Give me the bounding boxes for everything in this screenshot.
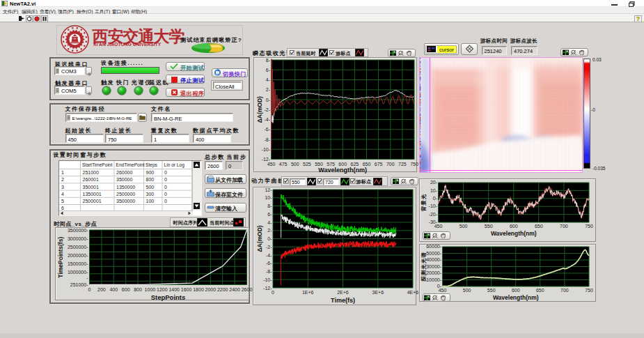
svg-text:20000-: 20000- [426,270,441,275]
svg-text:1500000-: 1500000- [67,261,88,266]
svg-text:8-: 8- [267,203,272,208]
svg-text:675: 675 [375,161,383,166]
svg-text:251000-: 251000- [70,282,88,287]
svg-text:450: 450 [438,288,446,293]
svg-text:2500001: 2500001 [83,198,102,203]
svg-text:500: 500 [459,224,467,229]
svg-text:-4-: -4- [264,117,270,122]
svg-text:4-: 4- [267,220,272,224]
svg-text:500: 500 [146,184,155,189]
svg-text:1800: 1800 [193,286,204,291]
svg-text:2E+6: 2E+6 [337,290,349,295]
svg-text:800: 800 [146,177,155,182]
svg-text:1000: 1000 [144,286,155,291]
svg-text:2: 2 [61,177,64,182]
svg-text:625: 625 [351,161,359,166]
svg-text:650: 650 [534,224,542,229]
svg-text:-10-: -10- [263,277,272,282]
svg-text:背景光: 背景光 [421,193,427,212]
svg-text:3E+6: 3E+6 [372,290,384,295]
svg-text:ΔA(mOD): ΔA(mOD) [256,225,263,252]
svg-text:0: 0 [164,170,167,175]
svg-text:4-: 4- [266,77,271,82]
svg-text:6: 6 [61,206,64,210]
svg-text:StartTimePoint: StartTimePoint [82,162,113,167]
svg-text:30000-: 30000- [426,263,441,268]
svg-text:5: 5 [61,198,64,203]
svg-text:600: 600 [509,224,517,229]
svg-text:650: 650 [535,288,544,293]
svg-text:251000: 251000 [83,170,99,175]
svg-text:2600: 2600 [241,286,252,291]
svg-text:600: 600 [121,286,129,291]
svg-text:500: 500 [462,288,471,293]
svg-text:450: 450 [267,161,276,166]
svg-text:1: 1 [61,170,64,175]
svg-text:260001: 260001 [83,177,99,182]
svg-text:-2-: -2- [264,107,270,112]
svg-text:400: 400 [109,286,118,291]
svg-text:700: 700 [560,224,568,229]
svg-text:750: 750 [410,161,418,166]
svg-text:500: 500 [291,161,299,166]
svg-text:-8-: -8- [266,269,272,274]
svg-text:600: 600 [511,288,519,293]
svg-text:50000-: 50000- [426,250,441,255]
svg-text:0-: 0- [267,236,272,241]
svg-text:2400: 2400 [229,286,240,291]
svg-text:3500000-: 3500000- [67,227,88,232]
svg-text:2000000-: 2000000- [67,252,88,257]
svg-text:0-: 0- [432,196,437,201]
svg-text:Time(fs): Time(fs) [331,296,355,303]
svg-text:10000-: 10000- [426,277,441,282]
svg-text:10-: 10- [430,187,437,192]
svg-text:575: 575 [327,161,335,166]
svg-text:300: 300 [146,191,155,196]
svg-text:200: 200 [97,286,106,291]
svg-text:-8-: -8- [264,137,270,141]
svg-text:60000-: 60000- [426,244,441,249]
svg-text:1E+6: 1E+6 [302,290,314,295]
svg-text:3: 3 [61,184,64,189]
svg-text:550: 550 [484,224,492,229]
svg-text:3500000: 3500000 [116,198,135,203]
svg-text:Wavelength(nm): Wavelength(nm) [318,167,367,174]
svg-text:1200: 1200 [157,286,168,291]
svg-text:725: 725 [398,161,407,166]
svg-text:1000000-: 1000000- [67,269,88,274]
svg-text:475: 475 [279,161,288,166]
svg-text:2-: 2- [266,87,271,92]
svg-text:1350000: 1350000 [116,184,135,189]
svg-text:-6-: -6- [264,127,270,132]
svg-text:0: 0 [164,191,167,196]
svg-text:800: 800 [134,286,142,291]
svg-text:Wavelength(nm): Wavelength(nm) [490,230,536,237]
svg-text:525: 525 [303,161,311,166]
svg-text:350000: 350000 [116,177,132,182]
svg-text:700: 700 [560,288,569,293]
svg-text:1400: 1400 [168,286,180,291]
svg-text:-: - [86,275,88,280]
svg-text:0: 0 [164,177,167,182]
svg-text:550: 550 [487,288,495,293]
svg-text:6-: 6- [267,211,272,216]
svg-text:Steps: Steps [146,162,158,168]
svg-text:-4-: -4- [266,252,272,257]
svg-text:900: 900 [146,170,155,175]
svg-text:-6-: -6- [266,261,272,266]
svg-text:4: 4 [61,191,64,196]
svg-text:1600: 1600 [180,286,191,291]
svg-text:Lin or Log: Lin or Log [164,162,185,168]
svg-text:350001: 350001 [83,184,99,189]
svg-text:探测光光谱: 探测光光谱 [421,252,427,282]
svg-text:3000000-: 3000000- [67,236,88,240]
svg-text:10-: 10- [265,195,272,200]
svg-text:StepPoints: StepPoints [150,293,185,300]
svg-text:2200: 2200 [217,286,228,291]
svg-text:100: 100 [146,198,155,203]
svg-text:750: 750 [585,224,593,229]
svg-text:ΔA(mOD): ΔA(mOD) [256,95,263,122]
svg-text:6-: 6- [266,67,271,72]
svg-text:4E+6: 4E+6 [407,290,419,295]
svg-text:260000: 260000 [116,170,132,175]
